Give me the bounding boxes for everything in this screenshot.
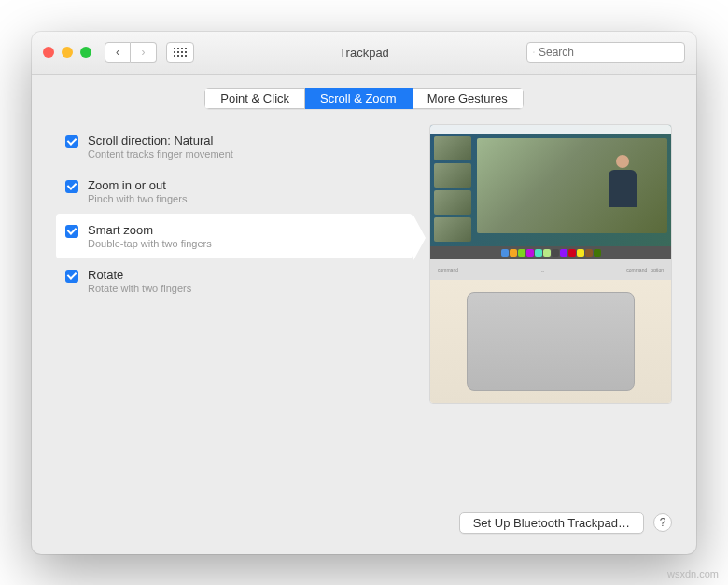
show-all-button[interactable] <box>166 42 194 63</box>
thumbnail <box>434 163 471 188</box>
preview-trackpad <box>467 292 635 391</box>
setup-bluetooth-button[interactable]: Set Up Bluetooth Trackpad… <box>459 512 644 534</box>
options-list: Scroll direction: Natural Content tracks… <box>56 124 413 499</box>
thumbnail <box>434 217 471 242</box>
checkbox-icon[interactable] <box>65 180 78 193</box>
checkbox-icon[interactable] <box>65 270 78 283</box>
option-text: Rotate Rotate with two fingers <box>88 268 191 294</box>
back-button[interactable]: ‹ <box>105 42 131 63</box>
option-title: Smart zoom <box>88 223 212 237</box>
option-zoom[interactable]: Zoom in or out Pinch with two fingers <box>56 169 413 214</box>
footer: Set Up Bluetooth Trackpad… ? <box>32 499 696 554</box>
search-icon <box>533 47 535 58</box>
checkbox-icon[interactable] <box>65 135 78 148</box>
option-subtitle: Content tracks finger movement <box>88 148 233 160</box>
option-text: Smart zoom Double-tap with two fingers <box>88 223 212 249</box>
option-scroll-direction[interactable]: Scroll direction: Natural Content tracks… <box>56 124 413 169</box>
option-text: Scroll direction: Natural Content tracks… <box>88 133 233 160</box>
preview-menubar <box>430 125 671 134</box>
option-title: Rotate <box>88 268 191 282</box>
zoom-icon[interactable] <box>80 47 91 58</box>
thumbnail <box>434 136 471 160</box>
nav-buttons: ‹ › <box>105 42 157 63</box>
traffic-lights <box>43 47 91 58</box>
option-title: Scroll direction: Natural <box>88 133 233 147</box>
minimize-icon[interactable] <box>62 47 73 58</box>
head-shape <box>616 155 629 168</box>
preview-trackpad-area <box>430 280 671 403</box>
option-subtitle: Double-tap with two fingers <box>88 238 212 249</box>
gesture-preview: command⎵command option <box>429 124 672 404</box>
option-smart-zoom[interactable]: Smart zoom Double-tap with two fingers <box>56 214 413 258</box>
option-text: Zoom in or out Pinch with two fingers <box>88 178 187 204</box>
option-rotate[interactable]: Rotate Rotate with two fingers <box>56 258 413 303</box>
help-button[interactable]: ? <box>653 513 672 532</box>
thumbnail <box>434 190 471 215</box>
grid-icon <box>174 48 187 57</box>
tab-point-click[interactable]: Point & Click <box>204 88 305 109</box>
search-input[interactable] <box>539 46 679 59</box>
close-icon[interactable] <box>43 47 54 58</box>
body-shape <box>609 170 637 207</box>
preview-screen <box>430 125 671 246</box>
watermark: wsxdn.com <box>667 568 719 579</box>
option-title: Zoom in or out <box>88 178 187 192</box>
segmented-control: Point & Click Scroll & Zoom More Gesture… <box>204 88 523 109</box>
forward-button[interactable]: › <box>131 42 157 63</box>
preferences-window: ‹ › Trackpad Point & Click Scroll & Zoom… <box>32 32 696 554</box>
tab-bar: Point & Click Scroll & Zoom More Gesture… <box>32 75 696 124</box>
search-field[interactable] <box>526 42 685 63</box>
option-subtitle: Rotate with two fingers <box>88 283 191 294</box>
tab-more-gestures[interactable]: More Gestures <box>413 88 524 109</box>
window-title: Trackpad <box>339 46 389 60</box>
option-subtitle: Pinch with two fingers <box>88 193 187 204</box>
preview-keyboard: command⎵command option <box>430 259 671 280</box>
preview-dock <box>430 246 671 259</box>
preview-photo <box>477 138 667 233</box>
person-illustration <box>606 155 639 211</box>
tab-scroll-zoom[interactable]: Scroll & Zoom <box>305 88 413 109</box>
checkbox-icon[interactable] <box>65 225 78 238</box>
titlebar: ‹ › Trackpad <box>32 32 696 75</box>
preview-thumbnails <box>434 136 475 244</box>
content-area: Scroll direction: Natural Content tracks… <box>32 124 696 499</box>
